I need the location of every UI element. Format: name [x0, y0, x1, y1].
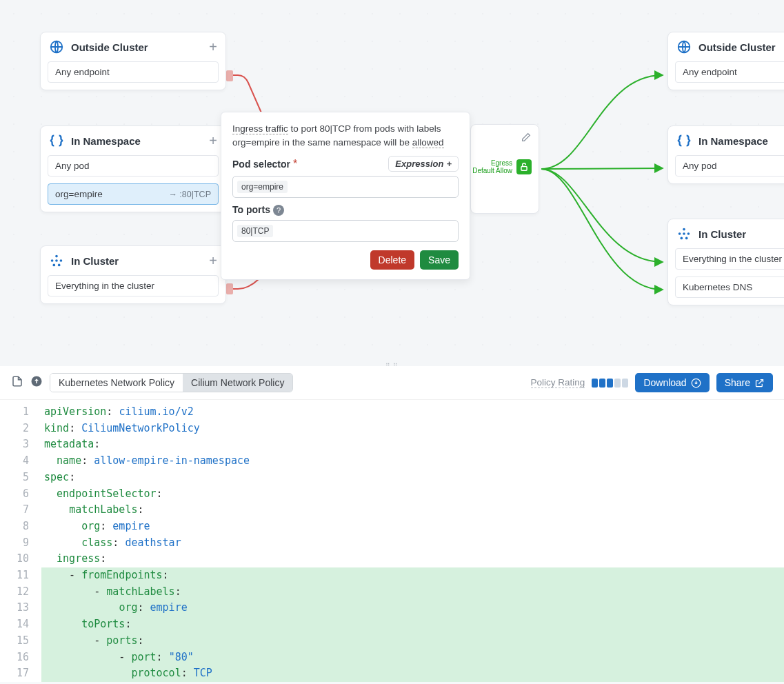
add-rule-button[interactable]: + — [209, 256, 217, 265]
row-port: → :80|TCP — [168, 190, 211, 199]
to-ports-input[interactable]: 80|TCP — [232, 220, 459, 242]
node-row[interactable]: Any endpoint — [48, 61, 219, 83]
row-label: Any endpoint — [55, 67, 110, 77]
row-label: Any pod — [55, 161, 90, 171]
braces-icon — [676, 133, 692, 148]
globe-icon — [49, 39, 64, 54]
share-label: Share — [725, 377, 750, 388]
svg-point-3 — [60, 259, 63, 262]
policy-rating-label[interactable]: Policy Rating — [531, 377, 585, 388]
node-row[interactable]: Kubernetes DNS — [675, 276, 784, 298]
node-title: In Namespace — [698, 135, 784, 147]
svg-point-14 — [683, 232, 685, 235]
egress-label: Egress — [472, 159, 512, 167]
external-link-icon — [754, 378, 765, 388]
ingress-stub — [226, 283, 233, 294]
code-toolbar: Kubernetes Network Policy Cilium Network… — [0, 366, 784, 400]
desc-ingress: Ingress traffic — [232, 123, 288, 134]
ingress-stub — [226, 70, 233, 81]
download-button[interactable]: Download — [635, 373, 709, 392]
node-title: In Namespace — [71, 135, 202, 147]
download-label: Download — [643, 377, 686, 388]
upload-icon[interactable] — [30, 375, 43, 390]
svg-point-11 — [687, 232, 690, 235]
egress-sublabel: Default Allow — [472, 167, 512, 174]
line-gutter: 1234567891011121314151617 — [0, 404, 41, 682]
braces-icon — [49, 133, 64, 148]
edit-icon[interactable] — [521, 132, 532, 145]
row-label: Everything in the cluster — [55, 281, 154, 291]
code-panel: Kubernetes Network Policy Cilium Network… — [0, 366, 784, 682]
pod-selector-chip[interactable]: org=empire — [237, 181, 288, 193]
required-marker: * — [293, 158, 297, 170]
policy-format-tabs: Kubernetes Network Policy Cilium Network… — [50, 373, 293, 392]
expression-button[interactable]: Expression + — [388, 156, 459, 172]
expression-label: Expression — [395, 159, 443, 169]
cluster-icon — [49, 253, 64, 268]
row-label: Everything in the cluster — [683, 254, 782, 264]
add-rule-button[interactable]: + — [209, 42, 217, 52]
policy-rating-meter — [592, 379, 628, 388]
node-outside-cluster-right[interactable]: Outside Cluster Any endpoint — [667, 32, 784, 90]
delete-button[interactable]: Delete — [370, 250, 414, 270]
row-label: Any endpoint — [683, 67, 737, 77]
egress-badge: Egress Default Allow — [472, 159, 532, 174]
add-rule-button[interactable]: + — [209, 136, 217, 145]
node-policy-center[interactable]: Egress Default Allow — [470, 124, 539, 214]
to-ports-label: To ports — [232, 204, 270, 215]
cluster-icon — [676, 226, 692, 241]
globe-icon — [676, 39, 692, 54]
row-label: org=empire — [55, 189, 103, 199]
svg-point-10 — [679, 232, 681, 235]
download-icon — [691, 378, 701, 388]
code-editor[interactable]: 1234567891011121314151617 apiVersion: ci… — [0, 400, 784, 682]
svg-point-9 — [683, 228, 685, 231]
pod-selector-label: Pod selector — [232, 159, 290, 170]
pod-selector-input[interactable]: org=empire — [232, 176, 459, 198]
node-row[interactable]: Everything in the cluster — [675, 248, 784, 270]
node-title: Outside Cluster — [698, 41, 784, 53]
node-title: In Cluster — [71, 255, 202, 267]
help-icon[interactable]: ? — [273, 205, 284, 216]
node-row[interactable]: Any endpoint — [675, 61, 784, 83]
policy-canvas[interactable]: Outside Cluster + Any endpoint In Namesp… — [0, 0, 784, 362]
tab-cilium-policy[interactable]: Cilium Network Policy — [183, 374, 292, 392]
node-row[interactable]: Everything in the cluster — [48, 275, 219, 296]
node-in-namespace-right[interactable]: In Namespace Any pod — [667, 125, 784, 184]
desc-allowed: allowed — [412, 137, 444, 148]
rule-description: Ingress traffic to port 80|TCP from pods… — [232, 122, 459, 149]
node-row[interactable]: Any pod — [675, 155, 784, 177]
svg-point-13 — [685, 237, 688, 240]
code-body[interactable]: apiVersion: cilium.io/v2kind: CiliumNetw… — [41, 404, 784, 682]
unlock-icon — [516, 159, 532, 174]
svg-point-5 — [58, 264, 61, 267]
node-in-namespace-left[interactable]: In Namespace + Any pod org=empire → :80|… — [40, 125, 226, 212]
node-outside-cluster-left[interactable]: Outside Cluster + Any endpoint — [40, 32, 226, 90]
svg-point-12 — [681, 237, 683, 240]
tab-k8s-policy[interactable]: Kubernetes Network Policy — [50, 374, 183, 392]
node-in-cluster-left[interactable]: In Cluster + Everything in the cluster — [40, 245, 226, 304]
svg-point-4 — [53, 264, 56, 267]
svg-point-6 — [55, 259, 58, 262]
row-label: Any pod — [683, 161, 717, 171]
plus-icon: + — [446, 159, 452, 169]
node-title: Outside Cluster — [71, 41, 202, 53]
share-button[interactable]: Share — [716, 373, 773, 392]
svg-point-1 — [55, 255, 58, 258]
node-title: In Cluster — [698, 228, 784, 240]
new-file-icon[interactable] — [11, 375, 23, 390]
row-label: Kubernetes DNS — [683, 282, 752, 292]
port-chip[interactable]: 80|TCP — [237, 225, 273, 237]
svg-rect-7 — [521, 166, 527, 170]
node-row-selected[interactable]: org=empire → :80|TCP — [48, 183, 219, 205]
save-button[interactable]: Save — [420, 250, 459, 270]
rule-edit-popup: Ingress traffic to port 80|TCP from pods… — [221, 112, 470, 280]
svg-point-2 — [51, 259, 54, 262]
node-in-cluster-right[interactable]: In Cluster Everything in the cluster Kub… — [667, 219, 784, 305]
node-row[interactable]: Any pod — [48, 155, 219, 177]
